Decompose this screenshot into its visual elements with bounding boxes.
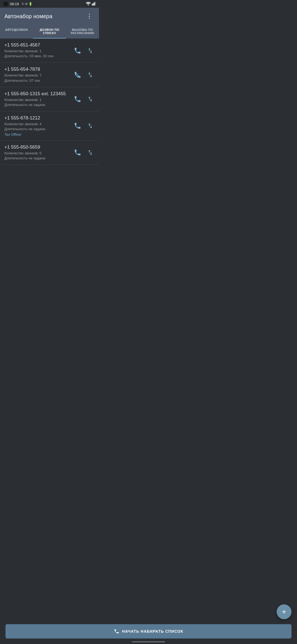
item-phone: +1 555-650-5659 [4, 144, 69, 150]
item-phone: +1 555-651-4567 [4, 42, 69, 48]
item-duration: Длительность не задана [4, 127, 69, 132]
list-item-content: +1 555-650-5659 Количество звонков: 5 Дл… [4, 144, 69, 161]
item-duration: Длительность не задана [4, 102, 69, 107]
item-actions [73, 46, 95, 56]
list-item-content: +1 555-678-1212 Количество звонков: 4 Дл… [4, 115, 69, 136]
main-content: +1 555-651-4567 Количество звонков: 1 Дл… [0, 39, 99, 209]
tab-autodial[interactable]: АВТОДОЗВОН [0, 25, 33, 39]
list-item[interactable]: +1 555-650-1315 ext. 123455 Количество з… [0, 87, 99, 111]
list-item[interactable]: +1 555-650-5659 Количество звонков: 5 Дл… [0, 141, 99, 165]
item-phone: +1 555-678-1212 [4, 115, 69, 121]
app-bar-title: Автонабор номера [4, 13, 52, 20]
item-duration: Длительность: 03 мин. 02 сек. [4, 54, 69, 59]
status-extra-icons: ↻ ⚙ 🔋 [22, 2, 32, 6]
item-call-count: Количество звонков: 7 [4, 73, 69, 78]
reorder-button[interactable] [86, 121, 95, 130]
item-actions [73, 94, 95, 104]
more-menu-button[interactable]: ⋮ [84, 12, 95, 21]
item-tag: Tax Officer [4, 132, 69, 137]
reorder-button[interactable] [86, 70, 95, 79]
call-button[interactable] [73, 94, 82, 104]
list-item[interactable]: +1 555-678-1212 Количество звонков: 4 Дл… [0, 111, 99, 140]
item-actions [73, 148, 95, 157]
item-call-count: Количество звонков: 5 [4, 151, 69, 156]
reorder-button[interactable] [86, 148, 95, 157]
list-item-content: +1 555-650-1315 ext. 123455 Количество з… [4, 91, 69, 107]
svg-rect-1 [92, 4, 93, 6]
svg-rect-3 [94, 2, 95, 6]
item-actions [73, 121, 95, 131]
list-item-content: +1 555-651-4567 Количество звонков: 1 Дл… [4, 42, 69, 59]
tab-list-dial[interactable]: ДОЗВОН ПО СПИСКУ [33, 25, 66, 39]
item-call-count: Количество звонков: 1 [4, 49, 69, 54]
item-duration: Длительность: 07 сек. [4, 78, 69, 83]
call-button[interactable] [73, 46, 82, 56]
signal-icon [92, 2, 96, 6]
item-duration: Длительность не задана [4, 156, 69, 161]
item-call-count: Количество звонков: 1 [4, 97, 69, 102]
item-phone: +1 555-654-7878 [4, 67, 69, 72]
wifi-icon [86, 2, 91, 6]
tab-scheduled[interactable]: ВЫЗОВЫ ПО РАСПИСАНИЮ [66, 25, 99, 39]
status-bar-left: 08:19 ↻ ⚙ 🔋 [3, 1, 32, 6]
list-item[interactable]: +1 555-654-7878 Количество звонков: 7 Дл… [0, 63, 99, 87]
call-missed-button[interactable] [73, 70, 82, 80]
call-button[interactable] [73, 148, 82, 157]
list-item-content: +1 555-654-7878 Количество звонков: 7 Дл… [4, 67, 69, 83]
item-call-count: Количество звонков: 4 [4, 122, 69, 127]
reorder-button[interactable] [86, 95, 95, 103]
svg-rect-4 [95, 2, 96, 6]
call-button[interactable] [73, 121, 82, 131]
status-icons [86, 2, 96, 6]
status-bar: 08:19 ↻ ⚙ 🔋 [0, 0, 99, 8]
item-actions [73, 70, 95, 80]
camera-dot [3, 1, 8, 6]
list-item[interactable]: +1 555-651-4567 Количество звонков: 1 Дл… [0, 39, 99, 63]
status-time: 08:19 [10, 2, 19, 6]
item-phone: +1 555-650-1315 ext. 123455 [4, 91, 69, 97]
call-list: +1 555-651-4567 Количество звонков: 1 Дл… [0, 39, 99, 165]
svg-rect-2 [93, 3, 94, 6]
svg-point-0 [88, 5, 89, 6]
reorder-button[interactable] [86, 46, 95, 55]
app-bar: Автонабор номера ⋮ [0, 8, 99, 25]
tabs-container: АВТОДОЗВОН ДОЗВОН ПО СПИСКУ ВЫЗОВЫ ПО РА… [0, 25, 99, 39]
